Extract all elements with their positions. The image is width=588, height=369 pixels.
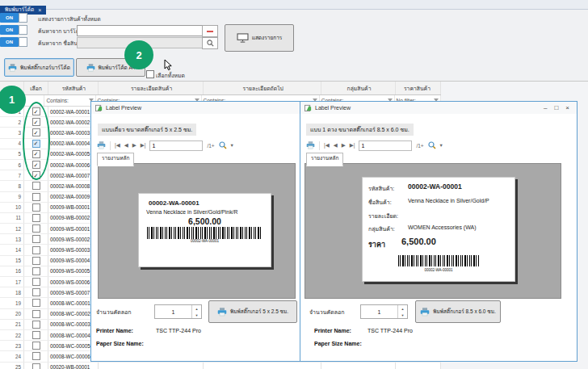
nav-last-icon[interactable]: ▶| bbox=[350, 142, 355, 149]
header-product-price[interactable]: ราคาสินค้า bbox=[396, 82, 441, 94]
row-checkbox[interactable] bbox=[32, 214, 40, 222]
row-checkbox[interactable] bbox=[32, 235, 40, 243]
row-number: 5 bbox=[0, 149, 24, 159]
zoom-icon[interactable] bbox=[219, 141, 227, 149]
header-product-code[interactable]: รหัสสินค้า bbox=[48, 82, 99, 94]
row-checkbox[interactable] bbox=[32, 203, 40, 212]
nav-prev-icon[interactable]: ◀ bbox=[334, 142, 338, 149]
paper-size-label: Paper Size Name: bbox=[314, 341, 362, 346]
header-next-detail[interactable]: รายละเอียดถัดไป bbox=[204, 82, 321, 94]
paper-size-label: Paper Size Name: bbox=[96, 341, 144, 346]
copies-value: 1 bbox=[361, 305, 397, 318]
nav-first-icon[interactable]: |◀ bbox=[324, 142, 330, 149]
minimize-icon[interactable]: – bbox=[544, 104, 547, 111]
row-checkbox[interactable] bbox=[32, 363, 40, 369]
toolbar-separator bbox=[110, 141, 111, 150]
toggle-show-all-label: แสดงรายการสินค้าทั้งหมด bbox=[38, 15, 101, 23]
page-number-input[interactable] bbox=[149, 140, 203, 151]
row-checkbox[interactable] bbox=[32, 342, 40, 350]
search-icon bbox=[207, 40, 214, 47]
sticker-85x60: รหัสสินค้า: 00002-WA-00001 ชื่อสินค้า: V… bbox=[362, 177, 515, 282]
copies-spinner[interactable]: 1 ▲▼ bbox=[154, 304, 202, 319]
zoom-caret-icon[interactable]: ▾ bbox=[440, 142, 443, 149]
toggle-show-all[interactable]: ON bbox=[0, 13, 27, 23]
copies-spinner[interactable]: 1 ▲▼ bbox=[360, 304, 408, 319]
row-checkbox[interactable] bbox=[32, 246, 40, 254]
row-checkbox[interactable] bbox=[32, 182, 40, 190]
dialog-title-bar[interactable]: Label Preview bbox=[91, 102, 300, 114]
print-sticker-large-button[interactable]: พิมพ์สติ๊กเกอร์ 8.5 x 6.0 ซม. bbox=[415, 300, 501, 323]
row-checkbox[interactable] bbox=[32, 321, 40, 329]
copies-label: จำนวนคัดลอก bbox=[309, 308, 345, 317]
nav-next-icon[interactable]: ▶ bbox=[132, 142, 136, 149]
field-name-label: ชื่อสินค้า: bbox=[368, 198, 392, 207]
zoom-icon[interactable] bbox=[428, 141, 436, 149]
row-number: 25 bbox=[0, 363, 24, 369]
nav-last-icon[interactable]: ▶| bbox=[141, 142, 146, 149]
toggle-search-name[interactable]: ON bbox=[0, 37, 27, 47]
row-number: 13 bbox=[0, 234, 24, 244]
spinner-down-icon[interactable]: ▼ bbox=[398, 312, 407, 318]
filter-product-code[interactable]: Contains: bbox=[44, 95, 95, 106]
report-tab[interactable]: รายงานหลัก bbox=[306, 153, 343, 166]
dialog-title-bar[interactable]: Label Preview – □ × bbox=[300, 102, 577, 114]
toggle-on-label: ON bbox=[0, 13, 19, 23]
row-checkbox[interactable] bbox=[32, 299, 40, 307]
report-toolbar: |◀ ◀ ▶ ▶| /1+ ▾ bbox=[97, 139, 295, 152]
print-icon[interactable] bbox=[306, 141, 315, 149]
clear-button[interactable] bbox=[202, 25, 218, 37]
sticker-price: 6,500.00 bbox=[139, 216, 271, 226]
show-list-button[interactable]: แสดงรายการ bbox=[225, 24, 294, 52]
row-checkbox[interactable] bbox=[32, 288, 40, 296]
printer-name-value: TSC TTP-244 Pro bbox=[368, 328, 413, 333]
select-all-label: เลือกทั้งหมด bbox=[156, 71, 185, 80]
spinner-up-icon[interactable]: ▲ bbox=[192, 305, 201, 312]
printer-name-value: TSC TTP-244 Pro bbox=[156, 328, 201, 333]
row-checkbox[interactable] bbox=[32, 224, 40, 233]
row-next bbox=[204, 363, 321, 369]
header-select[interactable]: เลือก bbox=[24, 82, 48, 94]
tab-close-icon[interactable]: × bbox=[38, 7, 41, 13]
toggle-knob bbox=[19, 13, 27, 23]
top-tab-strip: พิมพ์บาร์โค้ด × bbox=[0, 0, 588, 10]
row-checkbox[interactable] bbox=[32, 331, 40, 339]
toolbar-separator bbox=[319, 141, 320, 150]
barcode-search-input[interactable] bbox=[77, 25, 205, 36]
page-number-input[interactable] bbox=[359, 140, 412, 151]
table-row[interactable]: 25 00020-WB-00001 bbox=[0, 363, 441, 369]
nav-next-icon[interactable]: ▶ bbox=[342, 142, 346, 149]
spinner-up-icon[interactable]: ▲ bbox=[398, 305, 407, 312]
header-product-detail[interactable]: รายละเอียดสินค้า bbox=[99, 82, 204, 94]
zoom-caret-icon[interactable]: ▾ bbox=[231, 142, 233, 149]
field-name-value: Venna Necklace in Silver/Gold/P bbox=[408, 198, 513, 203]
toggle-knob bbox=[19, 37, 27, 47]
row-price bbox=[396, 363, 441, 369]
maximize-icon[interactable]: □ bbox=[554, 104, 558, 111]
field-detail-label: รายละเอียด: bbox=[368, 212, 398, 220]
toggle-search-barcode[interactable]: ON bbox=[0, 25, 27, 35]
copies-value: 1 bbox=[155, 305, 191, 318]
row-checkbox[interactable] bbox=[32, 278, 40, 286]
field-price-label: ราคา bbox=[368, 239, 385, 250]
spinner-down-icon[interactable]: ▼ bbox=[192, 312, 201, 318]
nav-first-icon[interactable]: |◀ bbox=[115, 142, 120, 149]
print-icon[interactable] bbox=[97, 141, 106, 149]
row-group bbox=[321, 363, 396, 369]
page-count-label: /1+ bbox=[416, 143, 423, 149]
row-checkbox[interactable] bbox=[32, 257, 40, 265]
print-sticker-large-label: พิมพ์สติ๊กเกอร์ 8.5 x 6.0 ซม. bbox=[433, 308, 496, 316]
row-checkbox[interactable] bbox=[32, 193, 40, 201]
search-button[interactable] bbox=[202, 37, 218, 49]
close-icon[interactable]: × bbox=[565, 104, 569, 111]
nav-prev-icon[interactable]: ◀ bbox=[124, 142, 128, 149]
row-checkbox[interactable] bbox=[32, 310, 40, 318]
row-checkbox[interactable] bbox=[32, 352, 40, 360]
print-sticker-small-button[interactable]: พิมพ์สติ๊กเกอร์ 5 x 2.5 ซม. bbox=[208, 300, 297, 323]
row-number: 6 bbox=[0, 160, 24, 170]
toggle-knob bbox=[19, 25, 27, 35]
report-tab[interactable]: รายงานหลัก bbox=[97, 153, 134, 166]
select-all-checkbox[interactable] bbox=[146, 70, 154, 78]
print-sticker-button[interactable]: พิมพ์สติ๊กเกอร์บาร์โค้ด bbox=[4, 58, 74, 77]
header-product-group[interactable]: กลุ่มสินค้า bbox=[321, 82, 396, 94]
row-checkbox[interactable] bbox=[32, 267, 40, 275]
